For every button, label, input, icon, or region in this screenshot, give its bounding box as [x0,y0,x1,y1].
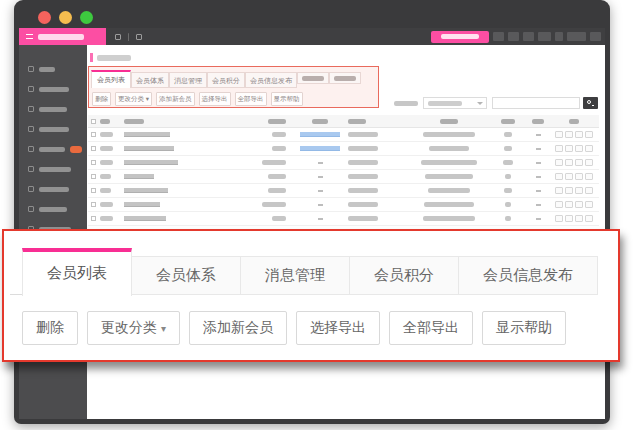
row-action-button[interactable] [555,173,563,180]
row-action-button[interactable] [575,131,583,138]
tab-member-system-mini[interactable]: 会员体系 [131,72,169,88]
menu-icon [28,66,34,72]
topbar-primary-button[interactable] [431,31,489,43]
label-blur [39,107,67,112]
tab-member-list[interactable]: 会员列表 [22,248,132,296]
row-action-button[interactable] [585,159,593,166]
table-row[interactable] [88,142,599,156]
row-action-button[interactable] [575,201,583,208]
select-all-checkbox[interactable] [91,119,96,124]
topbar-link[interactable] [538,32,551,41]
topbar-link[interactable] [567,32,586,41]
flag-icon[interactable] [136,34,142,40]
sidebar-item[interactable] [19,159,87,179]
show-help-button[interactable]: 显示帮助 [482,311,566,345]
monitor-icon[interactable] [115,34,121,40]
row-action-button[interactable] [585,145,593,152]
table-row[interactable] [88,170,599,184]
row-action-button[interactable] [565,145,573,152]
search-input[interactable] [492,97,580,109]
delete-button[interactable]: 删除 [22,311,78,345]
row-action-button[interactable] [575,145,583,152]
tab-message-management-mini[interactable]: 消息管理 [169,72,207,88]
row-action-button[interactable] [585,201,593,208]
divider [128,33,129,41]
row-action-button[interactable] [585,173,593,180]
brand-logo[interactable] [19,28,106,45]
tab-message-management[interactable]: 消息管理 [241,256,350,295]
topbar-link[interactable] [523,32,534,41]
tab-member-points-mini[interactable]: 会员积分 [207,72,245,88]
sidebar-item[interactable] [19,99,87,119]
row-action-button[interactable] [575,159,583,166]
row-action-button[interactable] [565,201,573,208]
sidebar-item[interactable] [19,119,87,139]
row-action-button[interactable] [555,159,563,166]
link-blur[interactable] [300,146,340,151]
close-window-icon[interactable] [38,11,51,24]
minimize-window-icon[interactable] [59,11,72,24]
row-action-button[interactable] [555,187,563,194]
row-checkbox[interactable] [91,160,96,165]
row-action-button[interactable] [585,215,593,222]
sidebar-item[interactable] [19,199,87,219]
table-row[interactable] [88,198,599,212]
add-member-button[interactable]: 添加新会员 [189,311,287,345]
row-action-button[interactable] [555,215,563,222]
filter-select[interactable] [423,97,487,109]
row-action-button[interactable] [585,131,593,138]
row-checkbox[interactable] [91,132,96,137]
tab-member-info-publish[interactable]: 会员信息发布 [459,256,598,295]
topbar-link[interactable] [508,32,519,41]
sidebar-item-active[interactable] [19,139,87,159]
title-accent-bar [90,53,93,62]
sidebar-item[interactable] [19,59,87,79]
window-controls [38,11,93,24]
table-row[interactable] [88,212,599,226]
row-action-button[interactable] [555,145,563,152]
topbar-icons [115,33,142,41]
row-action-button[interactable] [565,159,573,166]
change-category-button[interactable]: 更改分类▾ [87,311,180,345]
tab-system-settings-mini[interactable] [329,72,361,84]
row-action-button[interactable] [565,173,573,180]
row-action-button[interactable] [565,215,573,222]
table-row[interactable] [88,156,599,170]
row-action-button[interactable] [585,187,593,194]
tab-member-points[interactable]: 会员积分 [350,256,459,295]
row-action-button[interactable] [575,215,583,222]
row-checkbox[interactable] [91,188,96,193]
sidebar-item[interactable] [19,79,87,99]
row-action-button[interactable] [565,187,573,194]
tab-member-system[interactable]: 会员体系 [132,256,241,295]
row-action-button[interactable] [575,173,583,180]
zoom-window-icon[interactable] [80,11,93,24]
row-checkbox[interactable] [91,174,96,179]
row-action-button[interactable] [555,201,563,208]
topbar-link[interactable] [590,32,601,41]
table-header-row [88,115,599,128]
row-action-button[interactable] [555,131,563,138]
export-all-button[interactable]: 全部导出 [389,311,473,345]
row-action-button[interactable] [575,187,583,194]
table-search-row [87,97,600,110]
row-action-button[interactable] [565,131,573,138]
button-label: 更改分类 [101,319,157,335]
topbar-link[interactable] [555,32,563,41]
tab-member-info-publish-mini[interactable]: 会员信息发布 [245,72,297,88]
row-checkbox[interactable] [91,202,96,207]
tab-member-list-mini[interactable]: 会员列表 [91,70,131,88]
module-tabs: 会员列表 会员体系 消息管理 会员积分 会员信息发布 [22,248,618,296]
search-button[interactable] [583,97,598,109]
menu-icon [28,86,34,92]
tab-settings-mini[interactable] [297,72,329,84]
row-checkbox[interactable] [91,146,96,151]
row-checkbox[interactable] [91,216,96,221]
sidebar-item[interactable] [19,179,87,199]
export-selected-button[interactable]: 选择导出 [296,311,380,345]
hamburger-menu-icon [26,34,33,39]
topbar-link[interactable] [493,32,504,41]
table-row[interactable] [88,184,599,198]
link-blur[interactable] [300,132,340,137]
table-row[interactable] [88,128,599,142]
